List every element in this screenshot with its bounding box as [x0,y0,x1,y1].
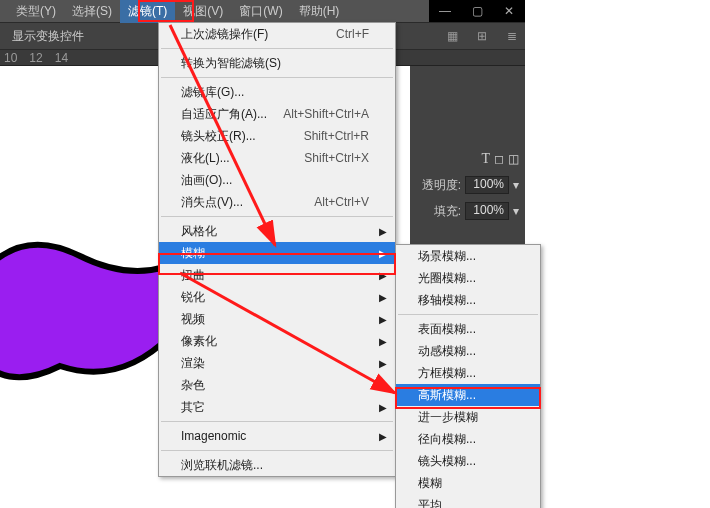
menu-distort[interactable]: 扭曲▶ [159,264,395,286]
menu-select[interactable]: 选择(S) [64,0,120,23]
menu-window[interactable]: 窗口(W) [231,0,290,23]
blur-field[interactable]: 场景模糊... [396,245,540,267]
menu-type[interactable]: 类型(Y) [8,0,64,23]
blur-average[interactable]: 平均 [396,494,540,508]
blur-tilt[interactable]: 移轴模糊... [396,289,540,311]
blur-lens[interactable]: 镜头模糊... [396,450,540,472]
menu-convert-smart[interactable]: 转换为智能滤镜(S) [159,52,395,74]
fill-input[interactable]: 100% [465,202,509,220]
minimize-button[interactable]: — [429,0,461,22]
align-icon[interactable]: ▦ [439,25,465,47]
menu-lens-correction[interactable]: 镜头校正(R)...Shift+Ctrl+R [159,125,395,147]
shape-tool-icon[interactable]: ◻ [494,152,504,166]
arrange-icon[interactable]: ≣ [499,25,525,47]
blur-blur[interactable]: 模糊 [396,472,540,494]
ruler-mark: 10 [4,51,17,65]
blur-gaussian[interactable]: 高斯模糊... [396,384,540,406]
ruler-mark: 14 [55,51,68,65]
menu-render[interactable]: 渲染▶ [159,352,395,374]
menu-vanishing-point[interactable]: 消失点(V)...Alt+Ctrl+V [159,191,395,213]
path-tool-icon[interactable]: ◫ [508,152,519,166]
blur-submenu: 场景模糊... 光圈模糊... 移轴模糊... 表面模糊... 动感模糊... … [395,244,541,508]
blur-motion[interactable]: 动感模糊... [396,340,540,362]
align-icon-2[interactable]: ⊞ [469,25,495,47]
menu-filter[interactable]: 滤镜(T) [120,0,175,23]
menu-noise[interactable]: 杂色▶ [159,374,395,396]
ruler-mark: 12 [29,51,42,65]
menu-sharpen[interactable]: 锐化▶ [159,286,395,308]
fill-dropdown-icon[interactable]: ▾ [513,204,519,218]
close-button[interactable]: ✕ [493,0,525,22]
window-controls: — ▢ ✕ [429,0,525,22]
blur-radial[interactable]: 径向模糊... [396,428,540,450]
menu-help[interactable]: 帮助(H) [291,0,348,23]
menu-video[interactable]: 视频▶ [159,308,395,330]
maximize-button[interactable]: ▢ [461,0,493,22]
menu-browse-online[interactable]: 浏览联机滤镜... [159,454,395,476]
blur-surface[interactable]: 表面模糊... [396,318,540,340]
menu-pixelate[interactable]: 像素化▶ [159,330,395,352]
menu-imagenomic[interactable]: Imagenomic▶ [159,425,395,447]
blur-further[interactable]: 进一步模糊 [396,406,540,428]
filter-menu: 上次滤镜操作(F)Ctrl+F 转换为智能滤镜(S) 滤镜库(G)... 自适应… [158,22,396,477]
menu-filter-gallery[interactable]: 滤镜库(G)... [159,81,395,103]
menu-stylize[interactable]: 风格化▶ [159,220,395,242]
menu-oil-paint[interactable]: 油画(O)... [159,169,395,191]
opacity-input[interactable]: 100% [465,176,509,194]
blur-iris[interactable]: 光圈模糊... [396,267,540,289]
menu-liquify[interactable]: 液化(L)...Shift+Ctrl+X [159,147,395,169]
menu-other[interactable]: 其它▶ [159,396,395,418]
menu-last-filter[interactable]: 上次滤镜操作(F)Ctrl+F [159,23,395,45]
menu-view[interactable]: 视图(V) [175,0,231,23]
opacity-label: 透明度: [422,177,461,194]
menu-blur[interactable]: 模糊▶ [159,242,395,264]
type-tool-icon[interactable]: T [481,151,490,167]
show-transform-controls-label: 显示变换控件 [12,28,84,45]
menu-adaptive-wide[interactable]: 自适应广角(A)...Alt+Shift+Ctrl+A [159,103,395,125]
blur-box[interactable]: 方框模糊... [396,362,540,384]
opacity-dropdown-icon[interactable]: ▾ [513,178,519,192]
fill-label: 填充: [434,203,461,220]
